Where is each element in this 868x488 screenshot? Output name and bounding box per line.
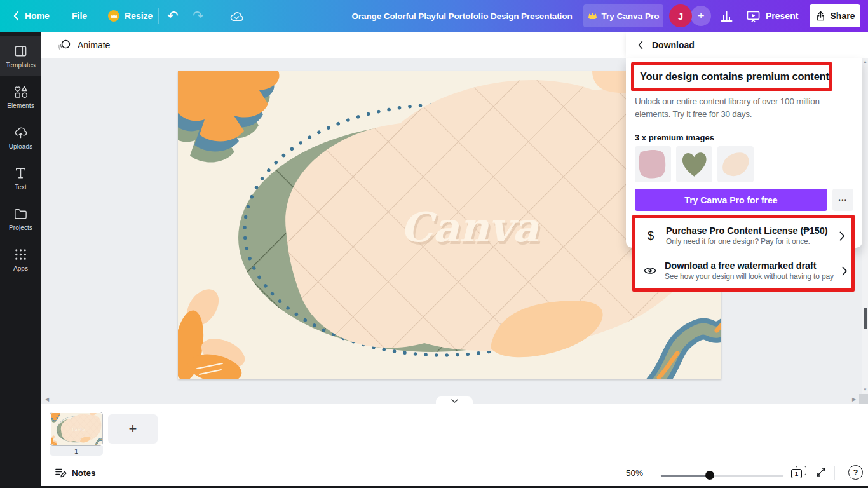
vscroll-thumb[interactable] [864,308,867,329]
status-bar: Notes 50% 1 ? [41,459,868,487]
notes-label: Notes [72,468,96,478]
avatar[interactable]: J [669,4,692,27]
zoom-slider-thumb[interactable] [705,471,714,480]
add-page-button[interactable]: + [108,414,158,444]
premium-image-pink-blob [635,146,671,182]
text-icon [13,166,28,180]
purchase-license-option[interactable]: $ Purchase Pro Content License (₱150) On… [635,219,851,252]
resize-button[interactable]: Resize [108,0,153,32]
download-panel-title: Download [652,40,695,50]
home-button[interactable]: Home [13,0,50,32]
premium-images-row [635,146,754,182]
present-label: Present [766,11,798,21]
sidebar-label: Elements [7,102,34,109]
premium-image-green-heart [676,146,712,182]
toolbar-divider [219,8,219,24]
vscroll-up-arrow[interactable]: ▲ [862,60,868,64]
sidebar-item-text[interactable]: Text [0,158,41,198]
more-options-button[interactable]: ••• [832,189,853,211]
annotation-box-options: $ Purchase Pro Content License (₱150) On… [632,215,855,292]
elements-icon [13,85,28,99]
crown-icon [108,10,119,22]
fullscreen-button[interactable] [815,466,827,480]
document-title[interactable]: Orange Colorful Playful Portofolio Desig… [351,0,572,32]
animate-icon [57,38,72,52]
vertical-scrollbar[interactable]: ▲ ▼ [862,58,868,394]
collapse-pages-tab[interactable] [436,396,473,405]
chevron-down-icon [451,399,458,403]
premium-image-peach-blob [717,146,754,182]
file-menu-button[interactable]: File [72,0,87,32]
current-page-indicator: 1 [791,469,802,478]
watermarked-draft-option[interactable]: Download a free watermarked draft See ho… [635,254,851,287]
zoom-slider-fill [661,475,710,477]
sidebar-item-projects[interactable]: Projects [0,198,41,239]
folder-icon [13,207,28,221]
download-panel-header: Download [626,32,868,58]
dollar-icon: $ [644,229,658,243]
try-canva-pro-button[interactable]: Try Canva Pro [583,4,663,27]
insights-chart-icon[interactable] [719,9,734,25]
apps-grid-icon [13,247,28,262]
try-pro-label: Try Canva Pro [602,11,660,21]
purchase-license-title: Purchase Pro Content License (₱150) [666,226,827,236]
page-number-label: 1 [50,446,103,456]
top-bar: Home File Resize ↶ ↷ Orange Colorful Pla… [0,0,868,32]
templates-icon [13,44,28,58]
try-canva-pro-free-button[interactable]: Try Canva Pro for free [635,189,827,211]
toolbar-divider [158,8,159,24]
zoom-percentage: 50% [626,459,643,487]
file-label: File [72,11,87,21]
sidebar-item-apps[interactable]: Apps [0,239,41,280]
back-chevron-icon[interactable] [637,40,644,50]
annotation-box-heading: Your design contains premium content [631,62,832,91]
premium-content-description: Unlock our entire content library of ove… [635,95,844,121]
premium-content-heading: Your design contains premium content [640,71,829,83]
add-member-button[interactable]: + [691,6,711,26]
animate-label: Animate [78,40,110,50]
sidebar-label: Uploads [9,143,32,150]
crown-icon [588,12,597,20]
statusbar-divider [834,466,835,480]
purchase-license-subtitle: Only need it for one design? Pay for it … [666,237,827,246]
sidebar-item-uploads[interactable]: Uploads [0,117,41,158]
cloud-sync-icon [229,10,245,25]
back-chevron-icon [13,10,20,22]
share-button[interactable]: Share [810,4,860,27]
resize-label: Resize [125,11,153,21]
expand-arrows-icon [815,466,827,478]
notes-icon [54,466,67,479]
hscroll-right-arrow[interactable]: ▶ [851,395,857,403]
hscroll-left-arrow[interactable]: ◀ [44,395,50,403]
uploads-icon [13,125,28,140]
redo-icon[interactable]: ↷ [193,0,204,32]
watermarked-draft-subtitle: See how your design will look without ha… [665,272,834,281]
present-icon [746,10,761,23]
sidebar-label: Projects [9,224,32,231]
eye-icon [644,266,656,275]
pages-strip: 1 + [41,404,868,459]
watermarked-draft-title: Download a free watermarked draft [665,261,834,271]
help-button[interactable]: ? [848,465,863,480]
canva-editor: Home File Resize ↶ ↷ Orange Colorful Pla… [0,0,868,488]
page-thumbnail[interactable] [50,412,103,446]
sidebar-item-elements[interactable]: Elements [0,76,41,117]
undo-icon[interactable]: ↶ [167,0,179,32]
share-label: Share [831,11,855,21]
animate-button[interactable]: Animate [50,35,116,55]
premium-images-count: 3 x premium images [635,133,714,142]
sidebar-item-templates[interactable]: Templates [0,36,41,76]
vscroll-down-arrow[interactable]: ▼ [862,388,868,391]
present-button[interactable]: Present [746,4,798,27]
object-panel-sidebar: Templates Elements Uploads Text Projects… [0,32,41,488]
scrollbar-corner [859,394,868,404]
chevron-right-icon[interactable] [842,266,848,276]
home-label: Home [25,11,50,21]
sidebar-label: Text [15,184,27,191]
notes-button[interactable]: Notes [54,464,96,482]
sidebar-label: Templates [6,62,35,69]
share-upload-icon [815,10,826,22]
grid-view-button[interactable]: 1 [791,466,808,480]
sidebar-label: Apps [13,265,28,272]
chevron-right-icon[interactable] [839,231,845,241]
